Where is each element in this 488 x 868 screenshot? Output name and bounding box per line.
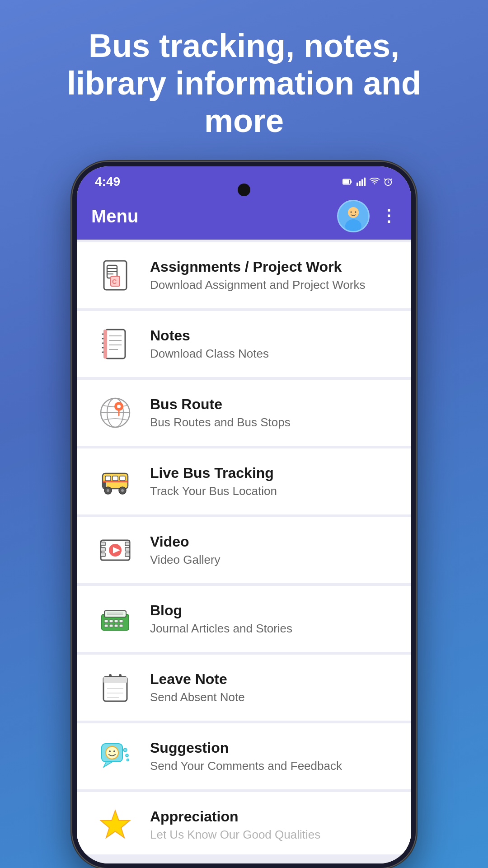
svg-rect-59 [109, 620, 113, 623]
svg-point-78 [109, 750, 111, 752]
more-menu-icon[interactable]: ⋮ [380, 207, 397, 226]
svg-rect-71 [103, 677, 127, 683]
leave-note-text: Leave Note Send Absent Note [150, 671, 393, 704]
assignments-subtitle: Download Assignment and Project Works [150, 278, 393, 292]
suggestion-text: Suggestion Send Your Comments and Feedba… [150, 740, 393, 773]
blog-text: Blog Journal Articles and Stories [150, 602, 393, 636]
menu-item-leave-note[interactable]: Leave Note Send Absent Note [77, 655, 411, 721]
suggestion-icon [97, 738, 133, 774]
menu-item-video[interactable]: Video Video Gallery [77, 517, 411, 583]
phone-screen: 4:49 Menu [77, 166, 411, 863]
video-icon-wrap [95, 530, 136, 571]
live-bus-icon-wrap [95, 461, 136, 502]
video-icon [97, 532, 133, 568]
svg-point-12 [351, 212, 352, 213]
svg-rect-61 [119, 620, 123, 623]
svg-rect-2 [343, 180, 349, 184]
svg-rect-21 [105, 330, 125, 359]
battery-icon [343, 177, 352, 187]
svg-rect-5 [361, 179, 363, 186]
notes-text: Notes Download Class Notes [150, 327, 393, 361]
svg-point-7 [374, 184, 375, 185]
svg-rect-65 [119, 624, 123, 627]
menu-list: C Assignments / Project Work Download As… [77, 240, 411, 863]
menu-item-live-bus[interactable]: Live Bus Tracking Track Your Bus Locatio… [77, 448, 411, 514]
app-bar: Menu ⋮ [77, 193, 411, 240]
svg-point-45 [121, 489, 124, 492]
menu-item-blog[interactable]: Blog Journal Articles and Stories [77, 586, 411, 652]
svg-rect-53 [125, 553, 130, 557]
phone-mockup: 4:49 Menu [72, 162, 416, 868]
live-bus-title: Live Bus Tracking [150, 465, 393, 481]
status-icons [343, 177, 393, 187]
svg-rect-3 [357, 183, 358, 186]
svg-rect-4 [359, 181, 361, 186]
status-time: 4:49 [95, 175, 120, 189]
assignments-text: Assignments / Project Work Download Assi… [150, 259, 393, 292]
appreciation-text: Appreciation Let Us Know Our Good Qualit… [150, 808, 393, 842]
blog-icon [97, 601, 133, 637]
notes-title: Notes [150, 327, 393, 344]
menu-item-appreciation[interactable]: Appreciation Let Us Know Our Good Qualit… [77, 792, 411, 854]
svg-rect-51 [125, 542, 130, 546]
app-bar-right: ⋮ [337, 200, 397, 232]
svg-point-43 [107, 489, 109, 492]
svg-rect-63 [109, 624, 113, 627]
assignments-icon-wrap: C [95, 255, 136, 296]
assignments-icon: C [97, 257, 133, 293]
bus-route-icon [97, 395, 133, 431]
live-bus-text: Live Bus Tracking Track Your Bus Locatio… [150, 465, 393, 498]
menu-item-notes[interactable]: Notes Download Class Notes [77, 311, 411, 377]
svg-rect-31 [103, 330, 107, 359]
svg-point-36 [117, 405, 121, 408]
menu-item-assignments[interactable]: C Assignments / Project Work Download As… [77, 242, 411, 308]
notes-icon [97, 326, 133, 362]
menu-item-bus-route[interactable]: Bus Route Bus Routes and Bus Stops [77, 380, 411, 446]
svg-rect-46 [103, 481, 128, 482]
user-avatar[interactable] [337, 200, 370, 232]
video-title: Video [150, 533, 393, 550]
svg-rect-62 [104, 624, 108, 627]
svg-point-80 [123, 748, 127, 752]
svg-point-10 [348, 207, 359, 218]
menu-item-suggestion[interactable]: Suggestion Send Your Comments and Feedba… [77, 723, 411, 789]
bus-route-text: Bus Route Bus Routes and Bus Stops [150, 396, 393, 429]
svg-rect-40 [120, 476, 125, 481]
svg-rect-48 [101, 542, 105, 546]
live-bus-subtitle: Track Your Bus Location [150, 484, 393, 498]
phone-frame: 4:49 Menu [72, 162, 416, 868]
signal-icon [356, 177, 366, 187]
video-subtitle: Video Gallery [150, 553, 393, 567]
svg-point-82 [127, 759, 129, 761]
leave-note-subtitle: Send Absent Note [150, 690, 393, 704]
appreciation-icon-wrap [95, 805, 136, 845]
blog-icon-wrap [95, 599, 136, 639]
svg-rect-6 [364, 178, 366, 186]
svg-rect-50 [101, 553, 105, 557]
assignments-title: Assignments / Project Work [150, 259, 393, 275]
svg-rect-49 [101, 547, 105, 551]
svg-point-79 [113, 750, 115, 752]
suggestion-icon-wrap [95, 736, 136, 777]
svg-rect-57 [104, 611, 126, 617]
bus-route-title: Bus Route [150, 396, 393, 413]
svg-rect-58 [104, 620, 108, 623]
svg-point-77 [106, 746, 118, 759]
blog-title: Blog [150, 602, 393, 619]
camera-notch [238, 184, 250, 196]
live-bus-icon [97, 463, 133, 500]
avatar-image [338, 201, 368, 231]
suggestion-title: Suggestion [150, 740, 393, 756]
svg-point-81 [126, 754, 128, 757]
svg-point-13 [355, 212, 357, 213]
video-text: Video Video Gallery [150, 533, 393, 567]
svg-marker-76 [103, 762, 113, 767]
appreciation-icon [97, 807, 133, 843]
leave-note-title: Leave Note [150, 671, 393, 688]
appreciation-subtitle: Let Us Know Our Good Qualities [150, 828, 393, 842]
notes-icon-wrap [95, 324, 136, 364]
alarm-icon [383, 177, 393, 187]
wifi-icon [370, 177, 380, 187]
svg-text:C: C [112, 278, 117, 285]
svg-marker-83 [101, 811, 130, 838]
